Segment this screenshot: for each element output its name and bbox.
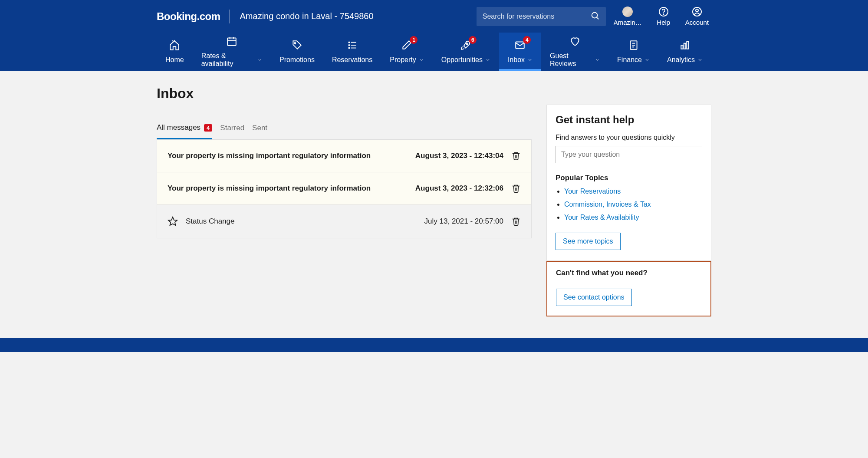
message-subject: Your property is missing important regul… (168, 184, 408, 193)
property-name[interactable]: Amazing condo in Laval - 7549860 (240, 11, 374, 21)
account-label: Account (685, 19, 709, 26)
user-label: Amazin… (614, 19, 642, 26)
nav-reservations[interactable]: Reservations (323, 33, 381, 71)
logo[interactable]: Booking.com (157, 10, 230, 23)
star-icon[interactable] (168, 216, 178, 227)
tab-sent[interactable]: Sent (252, 119, 267, 138)
list-item: Your Reservations (564, 188, 702, 195)
trash-icon[interactable] (511, 184, 521, 193)
nav-home[interactable]: Home (157, 33, 193, 71)
tab-all-messages[interactable]: All messages 4 (157, 119, 212, 139)
message-date: August 3, 2023 - 12:32:06 (415, 184, 503, 193)
message-subject: Status Change (186, 217, 417, 226)
trash-icon[interactable] (511, 151, 521, 161)
chevron-down-icon (595, 57, 600, 63)
message-date: July 13, 2021 - 20:57:00 (424, 217, 503, 226)
nav-property-label: Property (390, 56, 416, 64)
message-date: August 3, 2023 - 12:43:04 (415, 152, 503, 160)
svg-point-13 (349, 45, 349, 46)
help-menu[interactable]: Help (650, 5, 677, 28)
avatar (622, 7, 633, 17)
nav-opportunities-label: Opportunities (441, 56, 483, 64)
list-item: Commission, Invoices & Tax (564, 201, 702, 208)
list-icon (347, 40, 358, 51)
nav-finance[interactable]: Finance (608, 33, 658, 71)
chevron-down-icon (257, 57, 262, 63)
user-menu[interactable]: Amazin… (611, 5, 644, 28)
help-subtitle: Find answers to your questions quickly (556, 134, 702, 142)
message-subject: Your property is missing important regul… (168, 152, 408, 160)
svg-rect-24 (684, 43, 686, 49)
opportunities-badge: 6 (469, 36, 477, 44)
help-panel: Get instant help Find answers to your qu… (546, 105, 711, 316)
nav-rates-label: Rates & availability (201, 52, 255, 68)
tab-starred[interactable]: Starred (220, 119, 244, 138)
calendar-icon (226, 36, 237, 47)
svg-rect-23 (681, 45, 683, 49)
nav-promotions-label: Promotions (279, 56, 315, 64)
tabs: All messages 4 Starred Sent (157, 119, 532, 139)
message-row[interactable]: Your property is missing important regul… (157, 172, 531, 204)
message-row[interactable]: Status ChangeJuly 13, 2021 - 20:57:00 (157, 204, 531, 238)
help-label: Help (657, 19, 670, 26)
account-icon (692, 7, 702, 17)
tag-icon (291, 40, 302, 51)
svg-point-11 (349, 42, 349, 43)
logo-text: Booking.com (157, 10, 220, 23)
message-row[interactable]: Your property is missing important regul… (157, 139, 531, 172)
help-icon (658, 7, 669, 17)
popular-topics-title: Popular Topics (556, 174, 702, 182)
chevron-down-icon (644, 57, 650, 63)
nav-analytics-label: Analytics (667, 56, 695, 64)
svg-marker-30 (168, 217, 177, 225)
nav-property[interactable]: 1 Property (381, 33, 432, 71)
nav-guest-reviews[interactable]: Guest Reviews (541, 33, 608, 71)
nav-reservations-label: Reservations (332, 56, 372, 64)
tab-all-label: All messages (157, 123, 201, 132)
help-question-input[interactable] (556, 146, 702, 163)
content: Inbox All messages 4 Starred Sent Your p… (150, 71, 718, 338)
heart-icon (569, 36, 581, 47)
see-contact-options-button[interactable]: See contact options (556, 289, 632, 306)
page-title: Inbox (157, 86, 532, 102)
nav-rates[interactable]: Rates & availability (193, 33, 271, 71)
svg-point-3 (663, 14, 664, 14)
topic-link[interactable]: Your Rates & Availability (564, 214, 639, 221)
svg-point-5 (696, 9, 698, 12)
topic-link[interactable]: Your Reservations (564, 188, 621, 195)
popular-topics-list: Your ReservationsCommission, Invoices & … (556, 188, 702, 221)
search-input[interactable] (483, 13, 590, 20)
message-list: Your property is missing important regul… (157, 139, 532, 238)
list-item: Your Rates & Availability (564, 214, 702, 221)
chevron-down-icon (697, 57, 703, 63)
see-more-topics-button[interactable]: See more topics (556, 233, 621, 250)
nav-promotions[interactable]: Promotions (271, 33, 323, 71)
chevron-down-icon (419, 57, 424, 63)
tab-all-count: 4 (204, 124, 212, 132)
document-icon (628, 40, 639, 51)
trash-icon[interactable] (511, 217, 521, 226)
account-menu[interactable]: Account (683, 5, 711, 28)
inbox-badge: 4 (523, 36, 531, 44)
svg-point-15 (349, 47, 349, 48)
topic-link[interactable]: Commission, Invoices & Tax (564, 201, 651, 208)
contact-box: Can't find what you need? See contact op… (546, 261, 711, 316)
nav-finance-label: Finance (617, 56, 642, 64)
nav-opportunities[interactable]: 6 Opportunities (433, 33, 499, 71)
chevron-down-icon (527, 57, 533, 63)
chevron-down-icon (485, 57, 490, 63)
svg-line-1 (596, 17, 598, 19)
nav-guest-reviews-label: Guest Reviews (550, 52, 592, 68)
search-bar[interactable] (477, 7, 606, 26)
navbar: Home Rates & availability Promotions Res… (0, 33, 868, 71)
topbar: Booking.com Amazing condo in Laval - 754… (0, 0, 868, 33)
nav-inbox[interactable]: 4 Inbox (499, 33, 541, 71)
nav-analytics[interactable]: Analytics (658, 33, 711, 71)
reservations-badge: 1 (410, 36, 418, 44)
search-icon[interactable] (590, 11, 600, 22)
nav-inbox-label: Inbox (508, 56, 525, 64)
svg-point-10 (294, 43, 296, 44)
home-icon (169, 40, 180, 51)
svg-point-17 (467, 43, 468, 44)
chart-icon (679, 40, 690, 51)
